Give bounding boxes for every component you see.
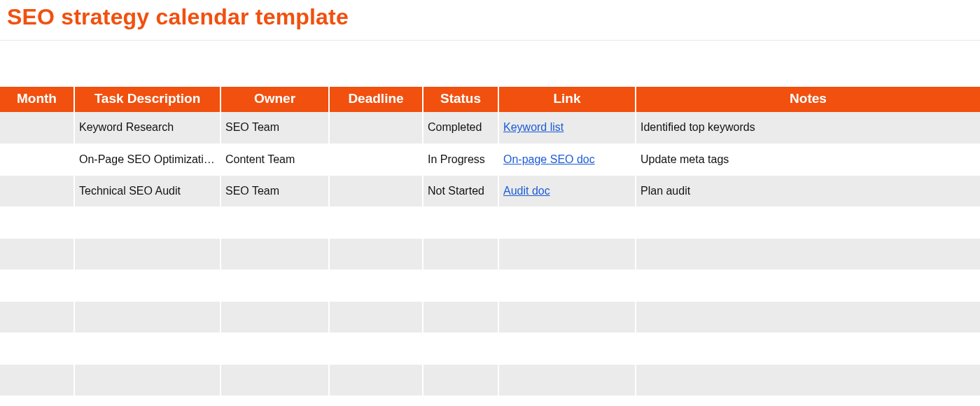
- cell-task[interactable]: Keyword Research: [74, 112, 220, 144]
- page-title: SEO strategy calendar template: [7, 4, 973, 30]
- table-row: [0, 270, 980, 301]
- cell-owner[interactable]: [220, 364, 329, 396]
- cell-deadline[interactable]: [329, 238, 423, 270]
- table-row: [0, 364, 980, 396]
- table-row: [0, 396, 980, 406]
- title-bar: SEO strategy calendar template: [0, 0, 980, 41]
- cell-task[interactable]: [74, 332, 220, 364]
- cell-deadline[interactable]: [329, 112, 423, 144]
- link-link[interactable]: On-page SEO doc: [503, 153, 595, 165]
- cell-link[interactable]: [498, 364, 636, 396]
- cell-link[interactable]: [498, 301, 636, 332]
- cell-notes[interactable]: Identified top keywords: [636, 112, 980, 144]
- cell-task[interactable]: [74, 270, 220, 301]
- cell-month[interactable]: [0, 175, 74, 206]
- cell-status[interactable]: [423, 206, 498, 238]
- col-header-notes: Notes: [636, 87, 980, 112]
- cell-task[interactable]: [74, 364, 220, 396]
- cell-status[interactable]: [423, 270, 498, 301]
- cell-notes[interactable]: Update meta tags: [636, 144, 980, 175]
- cell-status[interactable]: [423, 396, 498, 406]
- cell-link[interactable]: On-page SEO doc: [498, 144, 636, 175]
- col-header-task: Task Description: [74, 87, 220, 112]
- table-row: [0, 332, 980, 364]
- cell-task[interactable]: [74, 238, 220, 270]
- cell-status[interactable]: [423, 364, 498, 396]
- cell-notes[interactable]: [636, 396, 980, 406]
- cell-link[interactable]: Keyword list: [498, 112, 636, 144]
- cell-link[interactable]: [498, 396, 636, 406]
- cell-deadline[interactable]: [329, 364, 423, 396]
- table-row: On-Page SEO OptimizationContent TeamIn P…: [0, 144, 980, 175]
- cell-deadline[interactable]: [329, 270, 423, 301]
- cell-notes[interactable]: Plan audit: [636, 175, 980, 206]
- cell-task[interactable]: [74, 396, 220, 406]
- cell-status[interactable]: [423, 238, 498, 270]
- cell-month[interactable]: [0, 112, 74, 144]
- col-header-link: Link: [498, 87, 636, 112]
- cell-owner[interactable]: [220, 396, 329, 406]
- cell-link[interactable]: [498, 332, 636, 364]
- cell-task[interactable]: [74, 301, 220, 332]
- header-row: Month Task Description Owner Deadline St…: [0, 87, 980, 112]
- spacer: [0, 41, 980, 87]
- cell-link[interactable]: [498, 206, 636, 238]
- cell-notes[interactable]: [636, 206, 980, 238]
- col-header-status: Status: [423, 87, 498, 112]
- cell-owner[interactable]: SEO Team: [220, 112, 329, 144]
- cell-deadline[interactable]: [329, 144, 423, 175]
- cell-notes[interactable]: [636, 364, 980, 396]
- link-link[interactable]: Keyword list: [503, 121, 564, 133]
- cell-notes[interactable]: [636, 332, 980, 364]
- cell-task[interactable]: Technical SEO Audit: [74, 175, 220, 206]
- table-row: Technical SEO AuditSEO TeamNot StartedAu…: [0, 175, 980, 206]
- cell-notes[interactable]: [636, 270, 980, 301]
- cell-month[interactable]: [0, 396, 74, 406]
- cell-month[interactable]: [0, 144, 74, 175]
- cell-owner[interactable]: [220, 332, 329, 364]
- cell-status[interactable]: [423, 332, 498, 364]
- table-row: Keyword ResearchSEO TeamCompletedKeyword…: [0, 112, 980, 144]
- cell-deadline[interactable]: [329, 175, 423, 206]
- cell-task[interactable]: On-Page SEO Optimization: [74, 144, 220, 175]
- cell-month[interactable]: [0, 238, 74, 270]
- cell-task[interactable]: [74, 206, 220, 238]
- cell-deadline[interactable]: [329, 206, 423, 238]
- cell-owner[interactable]: SEO Team: [220, 175, 329, 206]
- cell-month[interactable]: [0, 206, 74, 238]
- cell-month[interactable]: [0, 364, 74, 396]
- col-header-month: Month: [0, 87, 74, 112]
- cell-month[interactable]: [0, 270, 74, 301]
- cell-deadline[interactable]: [329, 396, 423, 406]
- link-link[interactable]: Audit doc: [503, 185, 550, 197]
- cell-month[interactable]: [0, 301, 74, 332]
- cell-status[interactable]: Completed: [423, 112, 498, 144]
- cell-owner[interactable]: Content Team: [220, 144, 329, 175]
- cell-month[interactable]: [0, 332, 74, 364]
- cell-owner[interactable]: [220, 206, 329, 238]
- table-row: [0, 238, 980, 270]
- cell-owner[interactable]: [220, 238, 329, 270]
- cell-link[interactable]: [498, 270, 636, 301]
- col-header-owner: Owner: [220, 87, 329, 112]
- cell-status[interactable]: In Progress: [423, 144, 498, 175]
- cell-notes[interactable]: [636, 301, 980, 332]
- table-body: Keyword ResearchSEO TeamCompletedKeyword…: [0, 112, 980, 406]
- cell-deadline[interactable]: [329, 301, 423, 332]
- cell-deadline[interactable]: [329, 332, 423, 364]
- table-row: [0, 301, 980, 332]
- col-header-deadline: Deadline: [329, 87, 423, 112]
- cell-status[interactable]: [423, 301, 498, 332]
- cell-owner[interactable]: [220, 270, 329, 301]
- cell-owner[interactable]: [220, 301, 329, 332]
- cell-notes[interactable]: [636, 238, 980, 270]
- calendar-table: Month Task Description Owner Deadline St…: [0, 87, 980, 406]
- cell-link[interactable]: Audit doc: [498, 175, 636, 206]
- table-row: [0, 206, 980, 238]
- cell-status[interactable]: Not Started: [423, 175, 498, 206]
- cell-link[interactable]: [498, 238, 636, 270]
